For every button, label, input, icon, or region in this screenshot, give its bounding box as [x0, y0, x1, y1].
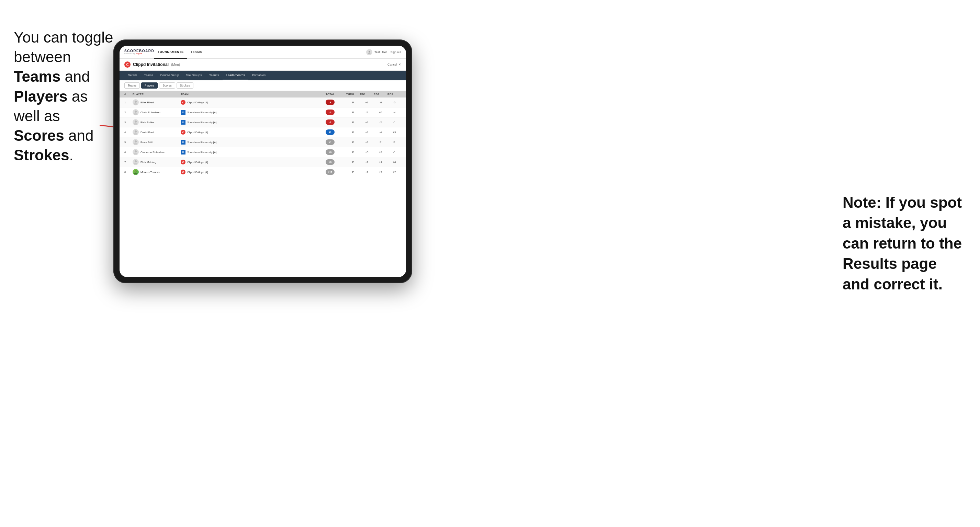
svg-point-9	[135, 130, 137, 133]
thru: F	[346, 101, 360, 104]
rd3: -1	[387, 151, 401, 154]
top-nav: SCOREBOARD Powered by clippd TOURNAMENTS…	[119, 46, 406, 59]
user-label: Test User |	[374, 51, 388, 54]
team-logo-icon: C	[181, 130, 186, 135]
rd2: -6	[374, 101, 387, 104]
tournament-logo: C	[124, 62, 130, 68]
team-info: C Clippd College [A]	[181, 160, 326, 165]
col-player: PLAYER	[133, 93, 181, 96]
team-name: Clippd College [A]	[187, 171, 208, 174]
thru: F	[346, 171, 360, 174]
tournament-title-row: C Clippd Invitational (Men)	[124, 62, 180, 68]
thru: F	[346, 121, 360, 124]
col-rd1: RD1	[360, 93, 374, 96]
rd2: +2	[374, 151, 387, 154]
player-info: Chris Robertson	[133, 109, 181, 115]
app-logo: SCOREBOARD Powered by clippd	[124, 49, 154, 55]
total-score: -4	[326, 110, 334, 115]
player-name: Elliot Ebert	[140, 101, 154, 104]
right-annotation: Note: If you spot a mistake, you can ret…	[843, 192, 966, 294]
col-rank: #	[124, 93, 133, 96]
rd1: +5	[360, 151, 374, 154]
rd1: +2	[360, 171, 374, 174]
svg-point-7	[135, 121, 137, 122]
svg-point-15	[135, 160, 137, 162]
rd3: +3	[387, 131, 401, 134]
svg-point-14	[134, 153, 137, 154]
svg-point-12	[134, 143, 137, 144]
rank: 4	[124, 131, 133, 134]
svg-point-10	[134, 133, 137, 135]
tab-navigation: Details Teams Course Setup Tee Groups Re…	[119, 71, 406, 80]
toggle-strokes[interactable]: Strokes	[177, 83, 193, 89]
team-logo-icon: C	[181, 170, 186, 175]
logo-subtitle: Powered by clippd	[124, 53, 154, 55]
player-info: Cameron Robertson	[133, 149, 181, 155]
rank: 3	[124, 121, 133, 124]
tournament-gender: (Men)	[171, 63, 180, 67]
col-thru: THRU	[346, 93, 360, 96]
svg-point-18	[134, 173, 137, 175]
cancel-button[interactable]: Cancel ✕	[387, 63, 401, 66]
team-info: C Clippd College [A]	[181, 130, 326, 135]
sign-out-link[interactable]: Sign out	[391, 51, 401, 54]
svg-point-4	[134, 103, 137, 105]
avatar	[133, 149, 139, 155]
svg-point-16	[134, 163, 137, 165]
rank: 6	[124, 151, 133, 154]
tab-details[interactable]: Details	[124, 71, 141, 80]
col-total: TOTAL	[326, 93, 346, 96]
player-name: Marcus Turners	[140, 171, 160, 174]
tab-course-setup[interactable]: Course Setup	[157, 71, 182, 80]
team-logo-icon: SB	[181, 150, 186, 154]
svg-point-2	[368, 53, 371, 54]
tab-leaderboards[interactable]: Leaderboards	[223, 71, 249, 80]
thru: F	[346, 151, 360, 154]
rd3: -4	[387, 111, 401, 114]
toggle-teams[interactable]: Teams	[124, 83, 140, 89]
table-row: 6 Cameron Robertson SB Scoreboard Univer…	[119, 147, 406, 157]
player-info: Rich Butler	[133, 119, 181, 125]
rank: 8	[124, 171, 133, 174]
col-rd3: RD3	[387, 93, 401, 96]
total-score: E	[326, 129, 334, 135]
close-icon: ✕	[398, 63, 401, 66]
table-row: 4 David Ford C Clippd College [A] E F +1…	[119, 127, 406, 137]
team-name: Clippd College [A]	[187, 131, 208, 134]
toggle-scores[interactable]: Scores	[159, 83, 175, 89]
rank: 7	[124, 161, 133, 164]
tab-printables[interactable]: Printables	[248, 71, 269, 80]
rd3: -1	[387, 121, 401, 124]
player-name: Cameron Robertson	[140, 151, 165, 154]
rd3: -5	[387, 101, 401, 104]
thru: F	[346, 141, 360, 144]
sub-toggle-bar: Teams Players Scores Strokes	[119, 80, 406, 91]
total-score: -2	[326, 119, 334, 125]
avatar	[133, 109, 139, 115]
ipad-screen: SCOREBOARD Powered by clippd TOURNAMENTS…	[119, 46, 406, 277]
player-info: David Ford	[133, 129, 181, 135]
avatar	[133, 139, 139, 145]
tab-tee-groups[interactable]: Tee Groups	[182, 71, 205, 80]
avatar	[133, 119, 139, 125]
rd2: +5	[374, 111, 387, 114]
tab-teams[interactable]: Teams	[141, 71, 157, 80]
player-info: Blair McHarg	[133, 159, 181, 165]
svg-point-8	[134, 123, 137, 125]
player-name: Blair McHarg	[140, 161, 156, 164]
nav-teams[interactable]: TEAMS	[187, 46, 206, 59]
team-info: SB Scoreboard University [A]	[181, 140, 326, 144]
rank: 5	[124, 141, 133, 144]
toggle-players[interactable]: Players	[141, 83, 158, 89]
nav-links: TOURNAMENTS TEAMS	[154, 46, 366, 59]
svg-point-5	[135, 111, 137, 113]
user-avatar	[366, 49, 372, 55]
tab-results[interactable]: Results	[205, 71, 223, 80]
rd2: +1	[374, 161, 387, 164]
table-row: 1 Elliot Ebert C Clippd College [A] -8 F…	[119, 97, 406, 108]
team-name: Scoreboard University [A]	[187, 121, 216, 124]
player-info: Rees Britt	[133, 139, 181, 145]
nav-tournaments[interactable]: TOURNAMENTS	[154, 46, 187, 59]
total-score: -8	[326, 100, 334, 105]
rd3: +6	[387, 161, 401, 164]
